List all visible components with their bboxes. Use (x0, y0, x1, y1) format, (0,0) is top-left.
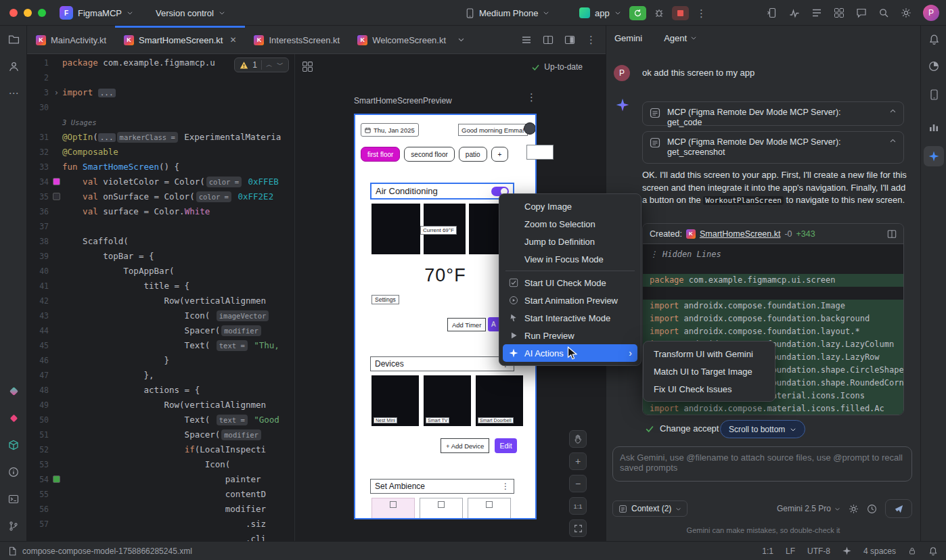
fold-icon[interactable]: › (54, 85, 59, 100)
rerun-button[interactable] (629, 6, 646, 20)
ac-card[interactable] (371, 204, 420, 254)
run-config-selector[interactable]: app (579, 0, 621, 26)
user-avatar[interactable] (524, 122, 535, 135)
editor-list-icon[interactable] (521, 34, 532, 45)
room-chip[interactable]: + (491, 147, 509, 162)
device-card[interactable]: Smart TV (424, 375, 471, 426)
tool-call-card-get-screenshot[interactable]: MCP (Figma Remote Dev Mode MCP Server): … (642, 131, 904, 164)
ambience-card[interactable] (420, 498, 463, 518)
design-mode-icon[interactable] (564, 34, 575, 45)
next-issue-chevron[interactable]: ﹀ (277, 62, 284, 68)
build-tool-icon[interactable] (5, 437, 22, 453)
pan-hand-button[interactable] (569, 430, 587, 448)
hidden-lines-row[interactable]: ⋮Hidden Lines (643, 248, 903, 261)
room-chip[interactable]: second floor (404, 147, 454, 162)
structure-icon[interactable] (811, 7, 822, 18)
editor-tab-smarthomescreen-kt[interactable]: KSmartHomeScreen.kt✕ (115, 26, 245, 54)
commit-tool-icon[interactable] (5, 58, 22, 74)
insights-tool-icon[interactable] (926, 119, 942, 135)
submenu-item-match-ui-to-target-image[interactable]: Match UI to Target Image (647, 363, 771, 380)
tool-call-card-get-code[interactable]: MCP (Figma Remote Dev Mode MCP Server): … (642, 101, 904, 126)
date-chip[interactable]: Thu, Jan 2025 (361, 123, 419, 137)
room-chip[interactable]: first floor (361, 147, 400, 162)
tab-agent[interactable]: Agent (664, 33, 697, 43)
hidden-tabs-chevron[interactable] (457, 36, 465, 43)
device-manager-tool-icon[interactable] (926, 87, 942, 103)
extensions-icon[interactable] (834, 7, 844, 18)
submenu-item-fix-ui-check-issues[interactable]: Fix UI Check Issues (647, 380, 771, 398)
context-chip[interactable]: Context (2) (612, 500, 688, 517)
inspections-widget[interactable]: 1 ︿ ﹀ (234, 57, 289, 72)
color-swatch[interactable] (53, 179, 60, 185)
menu-item-view-in-focus-mode[interactable]: View in Focus Mode (503, 250, 637, 268)
ambience-kebab-icon[interactable]: ⋮ (501, 482, 510, 490)
status-file-name[interactable]: compose-compose-model-1758866285245.xml (22, 546, 192, 556)
zoom-out-button[interactable]: − (569, 475, 587, 492)
menu-item-start-ui-check-mode[interactable]: Start UI Check Mode (503, 274, 637, 291)
project-tool-icon[interactable] (5, 31, 22, 47)
expand-chevron-icon[interactable] (889, 108, 897, 115)
ambience-card[interactable] (468, 498, 511, 518)
code-editor[interactable]: 1package com.example.figmamcp.u23›import… (27, 54, 294, 541)
ambience-card[interactable] (371, 498, 415, 518)
caret-position[interactable]: 1:1 (762, 546, 773, 556)
problems-tool-icon[interactable] (5, 464, 22, 480)
selection-handle[interactable] (526, 145, 554, 160)
device-selector[interactable]: Medium Phone (466, 0, 549, 26)
lock-icon[interactable] (908, 546, 916, 555)
open-diff-icon[interactable] (887, 229, 897, 239)
history-icon[interactable] (867, 504, 877, 514)
menu-item-zoom-to-selection[interactable]: Zoom to Selection (503, 215, 637, 233)
menu-item-start-interactive-mode[interactable]: Start Interactive Mode (503, 309, 637, 327)
indent-setting[interactable]: 4 spaces (863, 546, 896, 556)
vcs-widget[interactable]: Version control (156, 0, 225, 26)
expand-chevron-icon[interactable] (889, 137, 897, 145)
version-control-tool-icon[interactable] (5, 518, 22, 534)
profiler-tool-icon[interactable] (926, 58, 942, 74)
room-chip[interactable]: patio (459, 147, 487, 162)
debug-button[interactable] (654, 7, 665, 18)
device-card[interactable]: Nest Mini (371, 375, 419, 426)
color-swatch[interactable] (53, 193, 60, 200)
gemini-settings-icon[interactable] (849, 504, 859, 514)
tab-close-icon[interactable]: ✕ (229, 35, 236, 45)
status-notifications-icon[interactable] (928, 546, 938, 556)
menu-item-start-animation-preview[interactable]: Start Animation Preview (503, 291, 637, 309)
ai-chat-icon[interactable] (856, 7, 867, 18)
prev-issue-chevron[interactable]: ︿ (266, 62, 273, 68)
gemini-tool-icon-active[interactable] (924, 146, 944, 166)
more-tools-icon[interactable]: ⋯ (5, 85, 22, 101)
send-button[interactable] (885, 499, 912, 518)
created-file-link[interactable]: SmartHomeScreen.kt (700, 229, 780, 239)
device-mirror-icon[interactable] (767, 7, 778, 18)
scroll-to-bottom-button[interactable]: Scroll to bottom (720, 420, 805, 438)
add-device-button[interactable]: + Add Device (441, 438, 489, 453)
color-swatch[interactable] (53, 476, 60, 482)
project-widget[interactable]: F FigmaMCP (60, 0, 133, 26)
menu-item-jump-to-definition[interactable]: Jump to Definition (503, 233, 637, 250)
compose-tool-icon[interactable] (5, 383, 22, 399)
split-editor-icon[interactable] (543, 34, 554, 45)
usages-inlay[interactable]: 3 Usages (62, 118, 97, 126)
settings-chip[interactable]: Settings (371, 295, 399, 304)
gemini-input[interactable] (613, 447, 911, 481)
profile-avatar[interactable]: P (923, 5, 939, 21)
add-timer-button[interactable]: Add Timer (447, 318, 486, 331)
search-icon[interactable] (878, 7, 889, 18)
ai-status-spark-icon[interactable] (842, 546, 851, 555)
terminal-tool-icon[interactable] (5, 491, 22, 507)
file-encoding[interactable]: UTF-8 (807, 546, 830, 556)
device-card[interactable]: Smart Doorbell (476, 375, 523, 426)
zoom-in-button[interactable]: + (569, 452, 587, 470)
edit-button[interactable]: Edit (495, 438, 517, 453)
model-selector[interactable]: Gemini 2.5 Pro (777, 504, 840, 513)
editor-options-kebab[interactable]: ⋮ (586, 34, 596, 45)
editor-tab-interestsscreen-kt[interactable]: KInterestsScreen.kt (245, 26, 348, 54)
editor-tab-welcomescreen-kt[interactable]: KWelcomeScreen.kt (348, 26, 455, 54)
more-actions-kebab[interactable]: ⋮ (696, 8, 706, 18)
window-zoom-button[interactable] (38, 9, 46, 17)
profiler-icon[interactable] (789, 7, 800, 18)
zoom-ratio-button[interactable]: 1:1 (569, 497, 587, 515)
tab-gemini[interactable]: Gemini (614, 33, 642, 43)
stop-button[interactable] (672, 6, 689, 20)
